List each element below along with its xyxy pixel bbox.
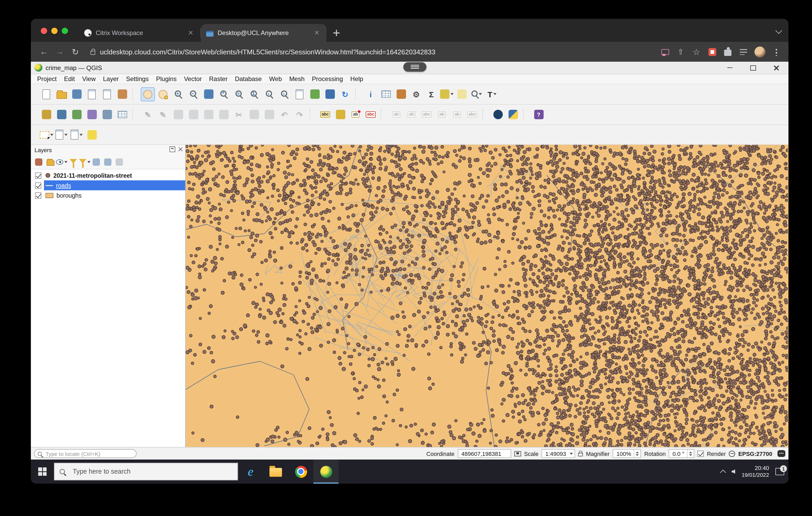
menu-edit[interactable]: Edit [60,75,79,83]
pan-to-selection-icon[interactable] [156,87,170,101]
reload-button[interactable]: ↻ [67,47,83,57]
rotation-spinbox[interactable]: 0.0 ° [669,449,695,458]
help-contents-icon[interactable]: ? [531,108,546,122]
open-project-icon[interactable] [54,87,68,101]
tab-close-icon[interactable] [313,29,321,37]
dropdown-caret-icon[interactable] [493,93,496,95]
messages-icon[interactable] [778,450,785,457]
add-raster-layer-icon[interactable] [69,108,84,122]
menu-raster[interactable]: Raster [205,75,231,83]
qgis-taskbar-button[interactable] [313,459,339,484]
dropdown-caret-icon[interactable] [50,133,53,136]
scale-combo[interactable]: 1:49093 [542,449,575,458]
layer-row-body[interactable]: 2021-11-metropolitan-street [44,171,185,180]
statistical-summary-icon[interactable] [394,87,408,101]
layer-item-boroughs[interactable]: boroughs [31,190,185,200]
reading-list-icon[interactable] [740,49,747,55]
crs-status-icon[interactable] [729,450,735,457]
zoom-last-icon[interactable]: ‹ [262,87,276,101]
action-center-icon[interactable]: 1 [775,468,784,475]
highlight-pinned-labels-icon[interactable]: abc [364,108,378,122]
layer-visibility-checkbox[interactable] [35,182,41,188]
epsg-code[interactable]: EPSG:27700 [738,450,772,457]
zoom-to-selection-icon[interactable]: * [216,87,231,101]
extension-red-icon[interactable] [708,48,716,56]
internet-explorer-button[interactable]: e [238,459,263,484]
back-button[interactable]: ← [36,47,52,57]
close-button[interactable] [765,62,788,74]
zoom-out-icon[interactable]: − [186,87,200,101]
layer-row-body[interactable]: boroughs [44,190,185,200]
file-explorer-button[interactable] [263,459,288,484]
select-by-form-icon[interactable] [54,127,68,142]
taskbar-clock[interactable]: 20:40 19/01/2022 [742,464,769,479]
layout-manager-icon[interactable] [100,87,114,101]
python-console-icon[interactable] [506,108,520,122]
zoom-next-icon[interactable]: › [277,87,291,101]
add-postgis-layer-icon[interactable] [115,108,129,122]
minimize-window-button[interactable] [51,28,58,34]
dropdown-caret-icon[interactable] [478,93,482,95]
identify-features-icon[interactable]: i [364,87,378,101]
tab-close-icon[interactable] [187,29,195,37]
manage-map-themes-icon[interactable] [56,156,67,168]
open-attribute-table-icon[interactable] [379,87,393,101]
processing-toolbox-icon[interactable]: ⚙ [409,87,423,101]
minimize-button[interactable] [718,62,742,74]
close-window-button[interactable] [41,28,47,34]
pan-map-icon[interactable] [141,87,155,101]
dropdown-caret-icon[interactable] [450,93,453,95]
show-spatial-bookmarks-icon[interactable] [323,87,337,101]
metasearch-icon[interactable] [491,108,505,122]
menu-help[interactable]: Help [347,75,367,83]
menu-layer[interactable]: Layer [99,75,122,83]
speaker-icon[interactable] [732,469,735,474]
citrix-toolbar-handle[interactable] [403,62,427,72]
measure-line-icon[interactable] [439,87,454,101]
locate-box[interactable] [34,449,137,458]
dropdown-caret-icon[interactable] [80,133,83,136]
extensions-puzzle-icon[interactable] [724,50,731,56]
data-source-manager-icon[interactable] [39,108,53,122]
layer-visibility-checkbox[interactable] [35,172,41,179]
layer-item-roads[interactable]: roads [31,180,185,190]
filter-by-expression-icon[interactable] [79,156,90,168]
dropdown-caret-icon[interactable] [64,133,67,136]
menu-plugins[interactable]: Plugins [152,75,180,83]
cast-icon[interactable] [661,49,669,55]
menu-mesh[interactable]: Mesh [286,75,309,83]
share-icon[interactable]: ⇧ [676,47,686,57]
taskbar-search-input[interactable] [72,467,232,476]
menu-view[interactable]: View [79,75,99,83]
panel-float-icon[interactable] [170,146,175,152]
layer-item-2021-11-metropolitan-street[interactable]: 2021-11-metropolitan-street [31,171,185,180]
filter-legend-icon[interactable] [67,156,79,168]
locate-input[interactable] [45,450,133,457]
deselect-features-icon[interactable] [69,127,84,142]
spin-arrows[interactable] [687,450,694,457]
bookmark-star-icon[interactable]: ☆ [692,47,701,57]
menu-settings[interactable]: Settings [122,75,152,83]
zoom-full-extent-icon[interactable] [201,87,215,101]
menu-processing[interactable]: Processing [308,75,347,83]
new-3d-map-view-icon[interactable] [308,87,322,101]
nominatim-search-icon[interactable] [470,87,484,101]
taskbar-search-box[interactable] [54,463,238,481]
restore-button[interactable] [742,62,765,74]
tab-desktop-ucl-anywhere[interactable]: Desktop@UCL Anywhere [201,24,326,42]
panel-close-icon[interactable] [177,146,183,152]
tab-citrix-workspace[interactable]: Citrix Workspace [79,24,200,42]
render-checkbox[interactable] [697,450,704,457]
select-features-icon[interactable] [39,127,53,142]
refresh-map-icon[interactable]: ↻ [338,87,352,101]
dropdown-caret-icon[interactable] [87,161,90,163]
zoom-in-icon[interactable]: + [171,87,185,101]
layer-visibility-checkbox[interactable] [35,192,41,199]
remove-layer-icon[interactable] [114,156,125,168]
new-tab-button[interactable] [329,26,343,40]
zoom-native-resolution-icon[interactable]: 1 [247,87,261,101]
forward-button[interactable]: → [52,47,67,57]
fullscreen-window-button[interactable] [62,28,68,34]
menu-project[interactable]: Project [33,75,60,83]
menu-vector[interactable]: Vector [180,75,205,83]
